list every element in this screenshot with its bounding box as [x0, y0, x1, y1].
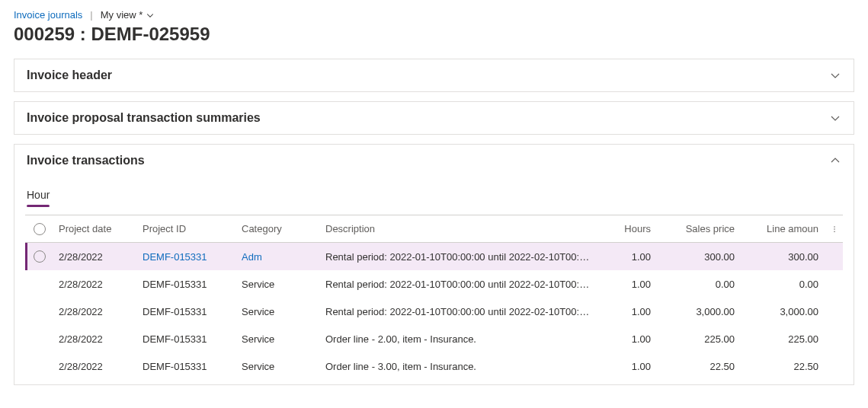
cell-hours: 1.00 [597, 327, 658, 351]
breadcrumb-link[interactable]: Invoice journals [14, 9, 82, 21]
breadcrumb-separator: | [90, 9, 92, 21]
cell-project-date: 2/28/2022 [54, 355, 138, 378]
col-project-id[interactable]: Project ID [138, 217, 237, 241]
table-row[interactable]: 2/28/2022DEMF-015331ServiceRental period… [25, 298, 843, 325]
table-row[interactable]: 2/28/2022DEMF-015331ServiceOrder line - … [25, 325, 843, 352]
cell-project-id[interactable]: DEMF-015331 [138, 245, 237, 269]
panel-invoice-header-toggle[interactable]: Invoice header [14, 59, 854, 91]
cell-category: Service [237, 273, 321, 296]
panel-summaries-title: Invoice proposal transaction summaries [27, 111, 261, 125]
row-spacer [826, 278, 843, 290]
cell-project-id: DEMF-015331 [138, 273, 237, 296]
cell-project-date: 2/28/2022 [54, 245, 138, 269]
cell-sales-price: 225.00 [658, 327, 742, 351]
col-line-amount[interactable]: Line amoun [742, 217, 826, 241]
view-label: My view * [101, 9, 143, 21]
cell-description: Rental period: 2022-01-10T00:00:00 until… [321, 300, 597, 324]
cell-line-amount: 22.50 [742, 355, 826, 378]
cell-hours: 1.00 [597, 300, 658, 324]
page-title: 000259 : DEMF-025959 [14, 24, 854, 45]
row-select[interactable] [25, 244, 54, 269]
cell-project-date: 2/28/2022 [54, 273, 138, 296]
chevron-up-icon [829, 155, 841, 167]
col-hours[interactable]: Hours [597, 217, 658, 241]
cell-project-id: DEMF-015331 [138, 327, 237, 351]
col-description[interactable]: Description [321, 217, 597, 241]
transactions-tabs: Hour [25, 186, 843, 206]
row-select[interactable] [25, 278, 54, 290]
panel-transactions-toggle[interactable]: Invoice transactions [14, 145, 854, 177]
panel-summaries-toggle[interactable]: Invoice proposal transaction summaries [14, 102, 854, 134]
cell-sales-price: 3,000.00 [658, 300, 742, 324]
panel-transactions: Invoice transactions Hour Project date P… [14, 144, 854, 385]
cell-description: Order line - 2.00, item - Insurance. [321, 327, 597, 351]
cell-project-id: DEMF-015331 [138, 300, 237, 324]
row-select[interactable] [25, 360, 54, 372]
cell-hours: 1.00 [597, 245, 658, 269]
select-all[interactable] [25, 217, 54, 241]
cell-hours: 1.00 [597, 273, 658, 296]
chevron-down-icon [146, 11, 155, 20]
cell-category[interactable]: Adm [237, 245, 321, 269]
column-options-icon[interactable] [826, 218, 843, 241]
breadcrumb: Invoice journals | My view * [14, 9, 854, 21]
tab-hour[interactable]: Hour [27, 186, 50, 206]
cell-description: Rental period: 2022-01-10T00:00:00 until… [321, 245, 597, 269]
svg-point-1 [834, 228, 835, 230]
row-select[interactable] [25, 305, 54, 317]
cell-line-amount: 3,000.00 [742, 300, 826, 324]
col-sales-price[interactable]: Sales price [658, 217, 742, 241]
panel-transactions-body: Hour Project date Project ID Category De… [14, 177, 854, 384]
table-row[interactable]: 2/28/2022DEMF-015331AdmRental period: 20… [25, 243, 843, 270]
panel-invoice-header: Invoice header [14, 59, 854, 92]
row-spacer [826, 333, 843, 345]
transactions-grid: Project date Project ID Category Descrip… [25, 215, 843, 380]
cell-category: Service [237, 355, 321, 378]
row-select[interactable] [25, 333, 54, 345]
cell-line-amount: 300.00 [742, 245, 826, 269]
cell-category: Service [237, 327, 321, 351]
svg-point-2 [834, 231, 835, 232]
table-row[interactable]: 2/28/2022DEMF-015331ServiceRental period… [25, 270, 843, 298]
cell-project-date: 2/28/2022 [54, 300, 138, 324]
cell-sales-price: 0.00 [658, 273, 742, 296]
table-row[interactable]: 2/28/2022DEMF-015331ServiceOrder line - … [25, 352, 843, 380]
grid-header: Project date Project ID Category Descrip… [25, 215, 843, 243]
cell-hours: 1.00 [597, 355, 658, 378]
row-spacer [826, 305, 843, 317]
panel-summaries: Invoice proposal transaction summaries [14, 101, 854, 135]
cell-description: Rental period: 2022-01-10T00:00:00 until… [321, 273, 597, 296]
svg-point-0 [834, 226, 835, 228]
cell-project-date: 2/28/2022 [54, 327, 138, 351]
cell-sales-price: 22.50 [658, 355, 742, 378]
cell-line-amount: 0.00 [742, 273, 826, 296]
chevron-down-icon [829, 69, 841, 81]
row-spacer [826, 360, 843, 372]
cell-sales-price: 300.00 [658, 245, 742, 269]
col-project-date[interactable]: Project date [54, 217, 138, 241]
row-spacer [826, 250, 843, 263]
col-category[interactable]: Category [237, 217, 321, 241]
cell-line-amount: 225.00 [742, 327, 826, 351]
cell-description: Order line - 3.00, item - Insurance. [321, 355, 597, 378]
cell-category: Service [237, 300, 321, 324]
panel-invoice-header-title: Invoice header [27, 69, 112, 82]
view-selector[interactable]: My view * [101, 9, 155, 21]
panel-transactions-title: Invoice transactions [27, 154, 145, 167]
chevron-down-icon [829, 112, 841, 124]
cell-project-id: DEMF-015331 [138, 355, 237, 378]
